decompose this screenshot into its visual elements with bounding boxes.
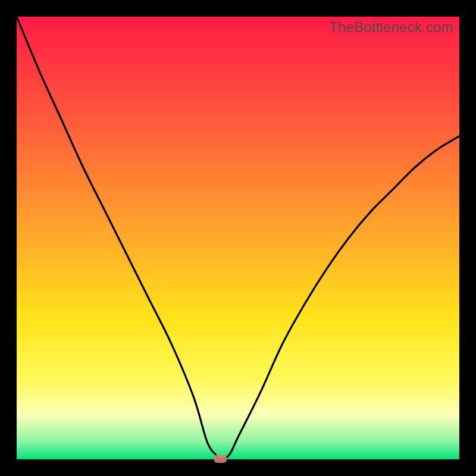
bottleneck-curve-path <box>17 17 459 459</box>
plot-area: TheBottleneck.com <box>17 17 459 459</box>
chart-svg <box>17 17 459 459</box>
minimum-marker <box>214 455 227 463</box>
chart-frame: TheBottleneck.com <box>0 0 476 476</box>
